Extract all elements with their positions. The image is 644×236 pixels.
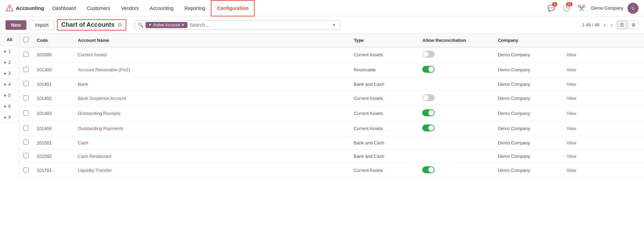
reconcile-toggle[interactable] [422, 66, 435, 73]
prev-page-button[interactable]: ‹ [602, 21, 607, 29]
nav-reporting[interactable]: Reporting [179, 0, 211, 16]
nav-dashboard[interactable]: Dashboard [47, 0, 82, 16]
arrow-icon: ▶ [4, 71, 7, 75]
account-name[interactable]: Account Receivable (PoS) [78, 67, 130, 72]
settings-icon[interactable]: ⚙ [117, 22, 122, 28]
reconcile-toggle[interactable] [422, 125, 435, 131]
view-link[interactable]: View [566, 154, 576, 159]
account-code: 101404 [33, 121, 74, 136]
pagination-text: 1-48 / 48 [582, 22, 599, 27]
company-header[interactable]: Company [494, 34, 562, 47]
arrow-icon: ▶ [4, 60, 7, 64]
search-dropdown-button[interactable]: ▼ [331, 23, 337, 27]
notifications-badge[interactable]: 💬 6 [546, 3, 557, 14]
sidebar-item-1[interactable]: ▶ 1 [0, 46, 19, 57]
pagination-area: 1-48 / 48 ‹ › ☰ ⊞ [582, 21, 639, 29]
row-checkbox[interactable] [23, 67, 28, 72]
account-company: Demo Company [494, 91, 562, 106]
account-name[interactable]: Outstanding Payments [78, 126, 123, 131]
app-logo[interactable]: Accounting [5, 4, 44, 12]
select-all-checkbox[interactable] [23, 37, 28, 42]
view-link[interactable]: View [566, 96, 576, 101]
import-button[interactable]: Import [29, 20, 55, 30]
reconcile-header[interactable]: Allow Reconciliation [418, 34, 494, 47]
row-checkbox[interactable] [23, 52, 28, 57]
sidebar-item-5[interactable]: ▶ 5 [0, 90, 19, 101]
account-name[interactable]: Bank [78, 82, 88, 87]
sidebar-label-5: 5 [8, 93, 11, 98]
arrow-icon: ▶ [4, 82, 7, 86]
type-header[interactable]: Type [349, 34, 418, 47]
reconcile-toggle[interactable] [422, 109, 435, 116]
tools-badge[interactable]: ✂️ [576, 3, 587, 14]
arrow-icon: ▶ [4, 49, 7, 53]
row-checkbox[interactable] [23, 167, 28, 173]
account-name[interactable]: Cash [78, 140, 88, 145]
account-name[interactable]: Bank Suspense Account [78, 96, 126, 101]
view-link[interactable]: View [566, 111, 576, 116]
row-checkbox[interactable] [23, 81, 28, 86]
account-type: Current Assets [349, 47, 418, 62]
sidebar-item-4[interactable]: ▶ 4 [0, 79, 19, 90]
alerts-badge[interactable]: 🕐 21 [561, 3, 572, 14]
list-view-button[interactable]: ☰ [617, 21, 627, 29]
view-link[interactable]: View [566, 140, 576, 145]
nav-accounting[interactable]: Accounting [144, 0, 179, 16]
account-code: 101000 [33, 47, 74, 62]
svg-point-2 [9, 10, 10, 10]
sidebar-label-6: 6 [8, 104, 11, 109]
user-avatar[interactable]: U [628, 3, 639, 14]
account-name-header[interactable]: Account Name [74, 34, 349, 47]
nav-vendors[interactable]: Vendors [116, 0, 144, 16]
table-row: 101300Account Receivable (PoS)Receivable… [19, 62, 644, 78]
logo-icon [5, 4, 14, 12]
sidebar-item-2[interactable]: ▶ 2 [0, 57, 19, 68]
next-page-button[interactable]: › [610, 21, 614, 29]
reconcile-toggle[interactable] [422, 166, 435, 173]
arrow-icon: ▶ [4, 104, 7, 108]
view-link[interactable]: View [566, 126, 576, 131]
account-name[interactable]: Current Assets [78, 52, 107, 57]
view-link[interactable]: View [566, 52, 576, 57]
account-company: Demo Company [494, 150, 562, 163]
reconcile-toggle[interactable] [422, 94, 435, 101]
sidebar-item-6[interactable]: ▶ 6 [0, 101, 19, 112]
account-name[interactable]: Cash Restaurant [78, 154, 112, 159]
remove-filter-button[interactable]: ✕ [181, 23, 185, 27]
filter-icon: ▼ [148, 23, 152, 27]
nav-right: 💬 6 🕐 21 ✂️ Demo Company U [546, 3, 639, 14]
account-type: Current Assets [349, 121, 418, 136]
sidebar-item-9[interactable]: ▶ 9 [0, 112, 19, 123]
search-input[interactable] [189, 22, 328, 28]
code-header[interactable]: Code [33, 34, 74, 47]
sidebar-label-1: 1 [8, 49, 11, 54]
accounts-table: Code Account Name Type Allow Reconciliat… [19, 34, 644, 178]
view-link[interactable]: View [566, 67, 576, 72]
sidebar-all[interactable]: All [0, 34, 19, 46]
nav-customers[interactable]: Customers [81, 0, 116, 16]
alerts-count: 21 [566, 2, 573, 7]
new-button[interactable]: New [5, 20, 26, 30]
view-link[interactable]: View [566, 168, 576, 173]
view-link[interactable]: View [566, 82, 576, 87]
row-checkbox[interactable] [23, 95, 28, 101]
select-all-header[interactable] [19, 34, 33, 47]
row-checkbox[interactable] [23, 126, 28, 131]
top-nav: Accounting Dashboard Customers Vendors A… [0, 0, 644, 16]
sidebar-item-3[interactable]: ▶ 3 [0, 68, 19, 79]
row-checkbox[interactable] [23, 140, 28, 145]
row-checkbox[interactable] [23, 153, 28, 158]
grid-view-button[interactable]: ⊞ [629, 21, 639, 29]
account-name[interactable]: Outstanding Receipts [78, 111, 120, 116]
account-code: 101701 [33, 163, 74, 178]
nav-configuration[interactable]: Configuration [211, 0, 255, 16]
row-checkbox[interactable] [23, 110, 28, 116]
actions-header [562, 34, 644, 47]
account-name[interactable]: Liquidity Transfer [78, 168, 112, 173]
account-code: 101501 [33, 136, 74, 150]
table-row: 101501CashBank and CashDemo CompanyView [19, 136, 644, 150]
reconcile-toggle[interactable] [422, 51, 435, 58]
active-filter-badge[interactable]: ▼ Active Account ✕ [146, 22, 188, 28]
account-company: Demo Company [494, 47, 562, 62]
company-name[interactable]: Demo Company [591, 5, 623, 11]
